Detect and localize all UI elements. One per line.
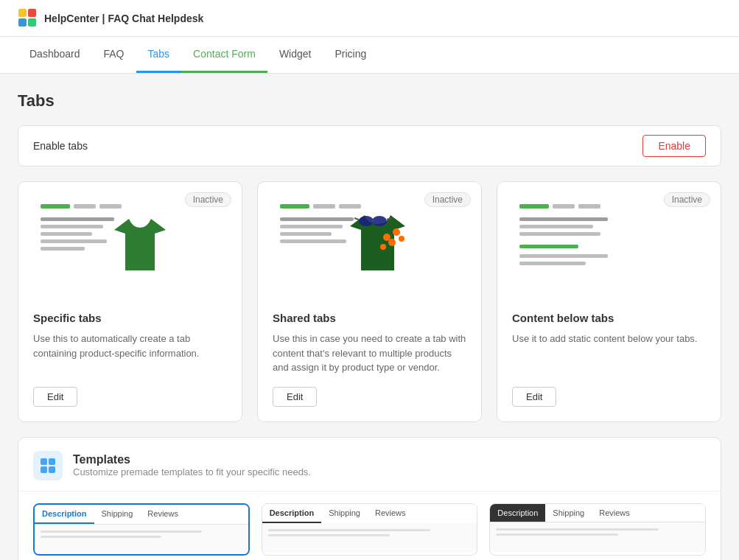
page-content: Tabs Enable tabs Enable Inactive xyxy=(0,74,739,560)
content-below-tabs-card: Inactive Content below tabs Use it to ad… xyxy=(497,181,721,422)
svg-point-20 xyxy=(372,216,387,226)
specific-tabs-badge: Inactive xyxy=(185,192,231,207)
svg-rect-1 xyxy=(28,9,36,17)
specific-tabs-image xyxy=(33,197,181,293)
template-tab-shipping-blue[interactable]: Shipping xyxy=(94,505,141,524)
template-tab-reviews-blue[interactable]: Reviews xyxy=(140,505,186,524)
templates-text: Templates Customize premade templates to… xyxy=(73,453,311,477)
templates-title: Templates xyxy=(73,453,311,466)
svg-rect-33 xyxy=(519,225,593,228)
templates-section: Templates Customize premade templates to… xyxy=(18,437,721,561)
nav-item-pricing[interactable]: Pricing xyxy=(323,36,378,73)
shared-tabs-card: Inactive xyxy=(257,181,482,422)
svg-rect-8 xyxy=(41,225,103,228)
svg-point-27 xyxy=(399,236,404,242)
svg-rect-0 xyxy=(18,9,27,17)
svg-rect-10 xyxy=(41,239,107,243)
template-body-blue xyxy=(35,525,248,554)
templates-icon xyxy=(33,451,63,480)
svg-rect-14 xyxy=(339,204,361,209)
shared-tabs-badge: Inactive xyxy=(424,192,471,207)
nav-item-contact-form[interactable]: Contact Form xyxy=(181,36,267,73)
svg-rect-5 xyxy=(74,204,96,209)
nav-item-tabs[interactable]: Tabs xyxy=(136,36,182,73)
template-tab-description-dark[interactable]: Description xyxy=(490,504,545,522)
templates-header: Templates Customize premade templates to… xyxy=(18,438,721,491)
svg-rect-13 xyxy=(313,204,335,209)
template-tab-reviews-underline[interactable]: Reviews xyxy=(368,504,413,523)
template-tabs-blue: Description Shipping Reviews xyxy=(35,505,248,525)
content-below-tabs-illustration: Inactive xyxy=(497,182,721,300)
svg-rect-6 xyxy=(99,204,122,209)
svg-rect-29 xyxy=(519,204,549,209)
templates-cards-row: Description Shipping Reviews Description… xyxy=(18,491,721,561)
svg-point-19 xyxy=(359,216,374,226)
template-tab-description-underline[interactable]: Description xyxy=(262,504,322,523)
svg-point-28 xyxy=(380,244,386,250)
nav-item-dashboard[interactable]: Dashboard xyxy=(18,36,92,73)
template-tabs-underline: Description Shipping Reviews xyxy=(262,504,477,523)
template-tab-description-blue[interactable]: Description xyxy=(35,505,94,524)
svg-rect-9 xyxy=(41,232,92,236)
svg-rect-36 xyxy=(519,254,608,258)
content-below-tabs-body: Content below tabs Use it to add static … xyxy=(497,300,721,421)
template-card-dark[interactable]: Description Shipping Reviews xyxy=(489,503,706,556)
svg-rect-18 xyxy=(280,239,346,243)
shared-tabs-title: Shared tabs xyxy=(273,312,466,324)
template-tab-reviews-dark[interactable]: Reviews xyxy=(592,504,637,522)
svg-rect-4 xyxy=(41,204,70,209)
content-below-tabs-edit-button[interactable]: Edit xyxy=(512,387,556,407)
svg-rect-3 xyxy=(28,18,36,27)
nav-item-faq[interactable]: FAQ xyxy=(92,36,136,73)
shared-tabs-body: Shared tabs Use this in case you need to… xyxy=(258,300,481,421)
enable-tabs-row: Enable tabs Enable xyxy=(18,125,721,167)
svg-rect-16 xyxy=(280,225,343,228)
svg-rect-30 xyxy=(553,204,575,209)
logo-area: HelpCenter | FAQ Chat Helpdesk xyxy=(18,8,203,29)
svg-rect-11 xyxy=(41,247,85,251)
template-card-underline[interactable]: Description Shipping Reviews xyxy=(262,503,478,556)
enable-tabs-label: Enable tabs xyxy=(33,140,88,152)
specific-tabs-edit-button[interactable]: Edit xyxy=(33,387,77,407)
svg-line-22 xyxy=(354,218,359,220)
nav-item-widget[interactable]: Widget xyxy=(267,36,323,73)
svg-rect-37 xyxy=(519,262,586,265)
svg-rect-2 xyxy=(18,18,27,27)
shared-tabs-edit-button[interactable]: Edit xyxy=(273,387,317,407)
svg-rect-34 xyxy=(519,232,600,236)
app-header: HelpCenter | FAQ Chat Helpdesk xyxy=(0,0,739,37)
content-below-tabs-title: Content below tabs xyxy=(512,312,706,324)
template-body-underline xyxy=(262,523,477,553)
svg-rect-17 xyxy=(280,232,332,236)
specific-tabs-card: Inactive xyxy=(18,181,242,422)
svg-point-25 xyxy=(393,228,400,236)
svg-rect-15 xyxy=(280,217,354,221)
svg-rect-32 xyxy=(519,217,608,221)
content-below-tabs-desc: Use it to add static content below your … xyxy=(512,332,706,375)
shared-tabs-illustration: Inactive xyxy=(258,182,481,300)
tab-type-cards: Inactive xyxy=(18,181,721,422)
template-tab-shipping-underline[interactable]: Shipping xyxy=(321,504,368,523)
main-nav: Dashboard FAQ Tabs Contact Form Widget P… xyxy=(0,37,739,74)
svg-rect-35 xyxy=(519,245,578,248)
template-tab-shipping-dark[interactable]: Shipping xyxy=(545,504,592,522)
svg-rect-40 xyxy=(41,466,47,473)
svg-rect-39 xyxy=(49,458,55,465)
shared-tabs-desc: Use this in case you need to create a ta… xyxy=(273,332,466,375)
content-below-tabs-badge: Inactive xyxy=(664,192,710,207)
logo-icon xyxy=(18,8,38,29)
enable-button[interactable]: Enable xyxy=(642,135,706,157)
specific-tabs-title: Specific tabs xyxy=(33,312,227,324)
svg-rect-41 xyxy=(49,466,55,473)
app-title: HelpCenter | FAQ Chat Helpdesk xyxy=(44,13,203,24)
svg-rect-38 xyxy=(41,458,47,465)
specific-tabs-illustration: Inactive xyxy=(18,182,242,300)
template-card-blue[interactable]: Description Shipping Reviews xyxy=(33,503,250,556)
template-tabs-dark: Description Shipping Reviews xyxy=(490,504,705,522)
shared-tabs-image xyxy=(273,197,420,293)
specific-tabs-desc: Use this to automatically create a tab c… xyxy=(33,332,227,375)
specific-tabs-body: Specific tabs Use this to automatically … xyxy=(18,300,242,421)
content-below-tabs-image xyxy=(512,197,659,293)
svg-point-26 xyxy=(388,239,396,246)
svg-rect-7 xyxy=(41,217,114,221)
